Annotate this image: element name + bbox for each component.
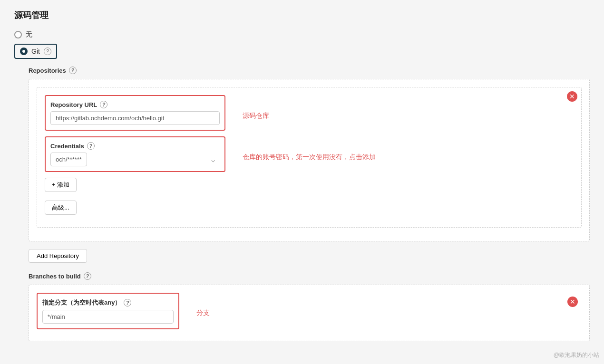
chevron-down-icon: ⌵ bbox=[211, 156, 215, 163]
repositories-help-icon[interactable]: ? bbox=[69, 67, 77, 74]
repo-close-button[interactable]: ✕ bbox=[567, 91, 577, 102]
repository-url-input[interactable] bbox=[50, 111, 220, 125]
page-title: 源码管理 bbox=[14, 10, 590, 21]
radio-none-circle bbox=[14, 31, 22, 38]
credentials-annotation: 仓库的账号密码，第一次使用没有，点击添加 bbox=[243, 153, 376, 162]
branches-help-icon[interactable]: ? bbox=[84, 272, 91, 280]
credentials-field-label: Credentials ? bbox=[50, 142, 220, 150]
branch-specifier-input[interactable] bbox=[42, 310, 174, 324]
advanced-button[interactable]: 高级... bbox=[45, 201, 77, 215]
credentials-row: Credentials ? och/****** ⌵ 仓库的账号密码，第一次使用… bbox=[45, 136, 574, 178]
credentials-help-icon[interactable]: ? bbox=[87, 142, 95, 150]
credentials-select-wrapper: och/****** ⌵ bbox=[50, 153, 220, 166]
radio-git-circle bbox=[20, 48, 28, 55]
add-repository-button[interactable]: Add Repository bbox=[29, 249, 87, 263]
radio-git-label: Git bbox=[31, 48, 40, 55]
repositories-container: ✕ Repository URL ? 源码仓库 Credentials ? bbox=[29, 79, 590, 241]
add-button[interactable]: + 添加 bbox=[45, 178, 77, 192]
advanced-button-row: 高级... bbox=[45, 201, 574, 220]
branch-specifier-label-text: 指定分支（为空时代表any） bbox=[42, 298, 121, 307]
radio-git-row[interactable]: Git ? bbox=[14, 44, 57, 59]
branches-label-text: Branches to build bbox=[29, 273, 81, 280]
radio-none-label: 无 bbox=[26, 30, 32, 39]
branches-label: Branches to build ? bbox=[29, 272, 590, 280]
git-help-icon[interactable]: ? bbox=[44, 48, 51, 55]
repo-entry: ✕ Repository URL ? 源码仓库 Credentials ? bbox=[37, 87, 582, 228]
url-field-label: Repository URL ? bbox=[50, 101, 220, 108]
add-repository-row: Add Repository bbox=[14, 249, 590, 272]
credentials-select[interactable]: och/****** bbox=[50, 153, 87, 166]
url-row: Repository URL ? 源码仓库 bbox=[45, 95, 574, 136]
credentials-box: Credentials ? och/****** ⌵ bbox=[45, 136, 225, 172]
branches-section: Branches to build ? ✕ 指定分支（为空时代表any） ? 分… bbox=[29, 272, 590, 341]
branch-field-box: 指定分支（为空时代表any） ? bbox=[37, 293, 179, 329]
branch-specifier-help-icon[interactable]: ? bbox=[124, 299, 131, 307]
branch-annotation: 分支 bbox=[196, 309, 210, 317]
branch-row: 指定分支（为空时代表any） ? 分支 bbox=[37, 293, 582, 333]
url-label-text: Repository URL bbox=[50, 101, 97, 108]
repositories-label-text: Repositories bbox=[29, 67, 66, 74]
branch-specifier-label: 指定分支（为空时代表any） ? bbox=[42, 298, 174, 307]
url-annotation: 源码仓库 bbox=[243, 112, 269, 120]
add-button-row: + 添加 bbox=[45, 178, 574, 197]
branches-container: ✕ 指定分支（为空时代表any） ? 分支 bbox=[29, 285, 590, 341]
url-help-icon[interactable]: ? bbox=[100, 101, 107, 108]
url-box: Repository URL ? bbox=[45, 95, 225, 131]
branch-close-button[interactable]: ✕ bbox=[567, 297, 578, 307]
radio-none[interactable]: 无 bbox=[14, 30, 590, 39]
repositories-section-label: Repositories ? bbox=[29, 67, 590, 74]
branch-entry: ✕ 指定分支（为空时代表any） ? 分支 bbox=[37, 293, 582, 333]
credentials-label-text: Credentials bbox=[50, 143, 84, 150]
